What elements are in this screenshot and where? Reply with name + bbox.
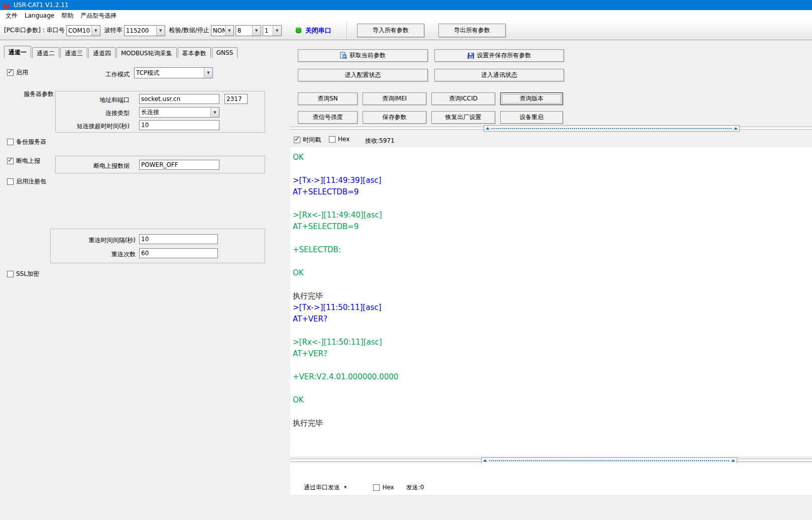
address-port-label: 地址和端口 xyxy=(75,96,130,105)
tab[interactable]: 通道四 xyxy=(88,47,115,58)
slider-arrow-icon xyxy=(483,459,487,462)
chevron-down-icon: ▼ xyxy=(204,68,212,78)
log-line: >[Tx->][11:50:11][asc] xyxy=(293,302,812,314)
enable-checkbox[interactable]: ✓ 启用 xyxy=(7,68,28,77)
main-area: 通道一通道二通道三通道四MODBUS轮询采集基本参数GNSS ✓ 启用 工作模式… xyxy=(0,40,812,520)
app-window: USR-CAT1 V1.2.11 文件Language帮助产品型号选择 [PC串… xyxy=(0,0,812,520)
tab[interactable]: 通道一 xyxy=(4,46,31,58)
reconnect-interval-label: 重连时间间隔(秒) xyxy=(60,236,136,245)
log-line xyxy=(293,198,812,210)
query-button[interactable]: 查询SN xyxy=(298,92,358,105)
log-line xyxy=(293,360,812,371)
serial-log[interactable]: OK>[Tx->][11:49:39][asc]AT+SELECTDB=9>[R… xyxy=(290,147,812,456)
parity-label: 检验/数据/停止 xyxy=(169,26,209,35)
tab[interactable]: 通道三 xyxy=(60,47,87,58)
short-timeout-label: 短连接超时时间(秒) xyxy=(55,122,130,131)
chevron-down-icon: ▼ xyxy=(252,26,261,36)
menu-item[interactable]: 帮助 xyxy=(58,11,77,21)
enter-comm-state-button[interactable]: 进入通讯状态 xyxy=(434,69,564,81)
com-port-select[interactable]: COM10 ▼ xyxy=(66,25,100,36)
server-group-label: 服务器参数 xyxy=(24,90,54,98)
checkbox-icon: ✓ xyxy=(7,69,14,76)
checkbox-icon: ✓ xyxy=(7,178,14,185)
log-line: OK xyxy=(293,152,812,163)
send-counter: 发送:0 xyxy=(406,483,424,492)
log-line: >[Tx->][11:49:39][asc] xyxy=(293,175,812,186)
tab[interactable]: GNSS xyxy=(212,47,238,58)
baud-label: 波特率 xyxy=(104,26,123,35)
log-line: AT+SELECTDB=9 xyxy=(293,221,812,233)
port-status-led-icon xyxy=(296,28,301,33)
reconnect-interval-input[interactable] xyxy=(139,234,218,244)
query-button[interactable]: 查询IMEI xyxy=(363,92,426,105)
search-doc-icon xyxy=(340,52,347,59)
poweroff-data-label: 断电上报数据 xyxy=(75,162,130,170)
log-line xyxy=(293,383,812,394)
slider-arrow-icon xyxy=(731,459,735,462)
tab[interactable]: 基本参数 xyxy=(178,47,211,58)
toolbar: [PC串口参数] : 串口号 COM10 ▼ 波特率 115200 ▼ 检验/数… xyxy=(0,21,812,40)
chevron-down-icon: ▼ xyxy=(156,26,165,36)
log-line: +SELECTDB: xyxy=(293,244,812,256)
import-params-button[interactable]: 导入所有参数 xyxy=(357,24,424,37)
log-line: OK xyxy=(293,394,812,406)
slider-track xyxy=(489,460,729,461)
query-button[interactable]: 查信号强度 xyxy=(298,111,358,124)
databits-select[interactable]: 8 ▼ xyxy=(236,25,261,36)
stopbits-select[interactable]: 1 ▼ xyxy=(263,25,282,36)
receive-counter: 接收:5971 xyxy=(365,137,395,145)
get-params-button[interactable]: 获取当前参数 xyxy=(298,49,428,62)
query-button[interactable]: 查询ICCID xyxy=(431,92,495,105)
ssl-checkbox[interactable]: ✓ SSL加密 xyxy=(7,270,39,278)
timestamp-checkbox[interactable]: ✓ 时间戳 xyxy=(294,136,321,144)
log-line: 执行完毕 xyxy=(293,290,812,302)
conn-type-select[interactable]: 长连接 ▼ xyxy=(139,107,219,118)
enter-config-state-button[interactable]: 进入配置状态 xyxy=(298,69,428,81)
regpkg-checkbox[interactable]: ✓ 启用注册包 xyxy=(7,177,46,186)
poweroff-data-input[interactable] xyxy=(139,160,219,170)
short-timeout-input[interactable] xyxy=(139,120,219,130)
server-port-input[interactable] xyxy=(224,94,248,104)
poweroff-report-checkbox[interactable]: ✓ 断电上报 xyxy=(7,157,40,165)
chevron-down-icon: ▼ xyxy=(210,108,219,117)
tab[interactable]: 通道二 xyxy=(32,47,59,58)
menu-item[interactable]: 文件 xyxy=(2,11,21,21)
pc-serial-label: [PC串口参数] : 串口号 xyxy=(4,26,65,35)
server-address-input[interactable] xyxy=(139,94,219,104)
menu-bar: 文件Language帮助产品型号选择 xyxy=(0,10,812,21)
chevron-down-icon: ▼ xyxy=(273,26,281,36)
send-via-serial-button[interactable]: 通过串口发送 ▼ xyxy=(304,483,346,492)
baud-select[interactable]: 115200 ▼ xyxy=(124,25,165,36)
log-line xyxy=(293,325,812,337)
log-line xyxy=(293,163,812,175)
query-button[interactable]: 保存参数 xyxy=(363,111,426,124)
menu-item[interactable]: Language xyxy=(21,11,58,20)
query-button[interactable]: 设备重启 xyxy=(500,111,563,124)
query-button[interactable]: 恢复出厂设置 xyxy=(431,111,495,124)
set-save-params-button[interactable]: 设置并保存所有参数 xyxy=(434,49,564,62)
work-mode-select[interactable]: TCP模式 ▼ xyxy=(134,67,213,78)
log-line: >[Rx<-][11:50:11][asc] xyxy=(293,337,812,348)
menu-item[interactable]: 产品型号选择 xyxy=(77,11,120,21)
rx-hex-checkbox[interactable]: ✓ Hex xyxy=(329,136,350,143)
backup-server-checkbox[interactable]: ✓ 备份服务器 xyxy=(7,138,46,146)
toolbar-separator xyxy=(346,23,347,39)
query-button[interactable]: 查询版本 xyxy=(500,92,563,105)
log-line: +VER:V2.4.01.000000.0000 xyxy=(293,371,812,383)
comm-panel: 获取当前参数 设置并保存所有参数 进入配置状态 xyxy=(290,40,812,520)
chevron-down-icon: ▼ xyxy=(344,485,346,489)
log-line: AT+VER? xyxy=(293,314,812,325)
log-line: 执行完毕 xyxy=(293,418,812,429)
tx-hex-checkbox[interactable]: ✓ Hex xyxy=(373,484,394,491)
log-line: AT+VER? xyxy=(293,348,812,360)
reconnect-count-input[interactable] xyxy=(139,248,218,258)
reconnect-count-label: 重连次数 xyxy=(60,250,136,259)
log-line xyxy=(293,279,812,290)
parity-select[interactable]: NONI ▼ xyxy=(211,25,234,36)
close-port-button[interactable]: 关闭串口 xyxy=(305,26,331,35)
title-bar: USR-CAT1 V1.2.11 xyxy=(0,0,812,10)
export-params-button[interactable]: 导出所有参数 xyxy=(438,24,506,37)
splitter-handle[interactable] xyxy=(484,125,740,132)
tab[interactable]: MODBUS轮询采集 xyxy=(117,47,177,58)
chevron-down-icon: ▼ xyxy=(225,26,234,36)
